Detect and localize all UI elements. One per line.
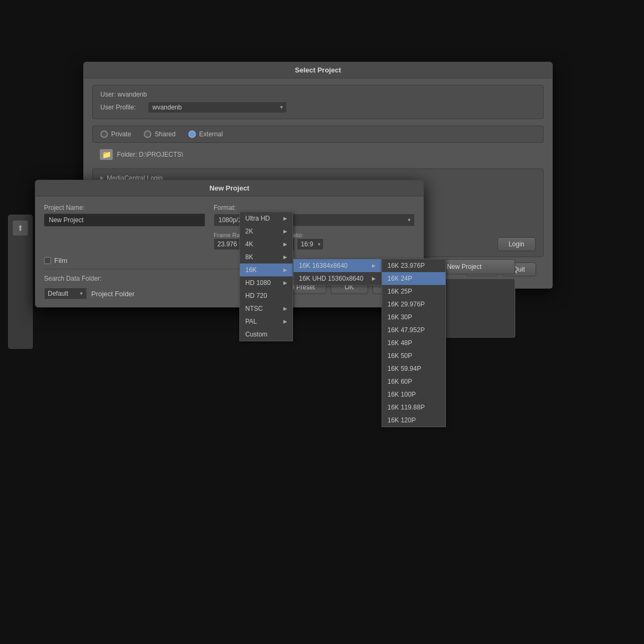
folder-row: 📁 Folder: D:\PROJECTS\ <box>92 147 544 164</box>
submenu-16k: 16K 16384x8640 ▶ 16K UHD 15360x8640 ▶ 16… <box>293 259 382 286</box>
new-project-title: New Project <box>35 180 423 196</box>
format-menu-ntsc[interactable]: NTSC ▶ <box>240 302 292 315</box>
fps-29976[interactable]: 16K 29.976P <box>382 298 445 311</box>
submenu-fps: 16K 23.976P 16K 24P 16K 25P 16K 29.976P … <box>382 259 446 427</box>
upload-icon[interactable]: ⬆ <box>13 221 28 236</box>
radio-btn-shared <box>144 130 151 138</box>
format-menu-list: Ultra HD ▶ 2K ▶ 4K ▶ 8K ▶ 16K ▶ HD 1080 … <box>239 211 293 341</box>
chevron-15360: ▶ <box>372 276 376 281</box>
chevron-16k: ▶ <box>283 267 287 273</box>
radio-external[interactable]: External <box>188 130 223 138</box>
format-menu-4k[interactable]: 4K ▶ <box>240 238 292 251</box>
user-profile-label: User Profile: <box>100 104 143 111</box>
chevron-ultrahd: ▶ <box>283 216 287 221</box>
format-menu-8k[interactable]: 8K ▶ <box>240 251 292 264</box>
user-profile-select[interactable]: wvandenb <box>148 101 287 113</box>
format-menu-hd720[interactable]: HD 720 <box>240 289 292 302</box>
chevron-16384: ▶ <box>372 263 376 268</box>
fps-24[interactable]: 16K 24P <box>382 272 445 285</box>
user-profile-row: User Profile: wvandenb <box>100 101 536 113</box>
search-data-label: Search Data Folder: <box>44 275 101 282</box>
fps-48[interactable]: 16K 48P <box>382 336 445 349</box>
user-label: User: wvandenb <box>100 91 536 98</box>
film-checkbox[interactable] <box>44 257 51 264</box>
chevron-2k: ▶ <box>283 229 287 234</box>
chevron-8k: ▶ <box>283 254 287 260</box>
format-menu-hd1080[interactable]: HD 1080 ▶ <box>240 276 292 289</box>
aspect-ratio-select2-wrapper: 16:9 <box>297 238 323 250</box>
chevron-hd1080: ▶ <box>283 280 287 286</box>
radio-shared[interactable]: Shared <box>144 130 175 138</box>
user-profile-select-wrapper: wvandenb <box>148 101 287 113</box>
search-folder-select-wrapper: Default <box>44 288 87 299</box>
film-label: Film <box>54 257 68 265</box>
np-left: Project Name: <box>44 204 205 250</box>
search-folder-controls: Default Project Folder <box>44 288 135 299</box>
chevron-ntsc: ▶ <box>283 306 287 311</box>
format-menu-2k[interactable]: 2K ▶ <box>240 225 292 238</box>
fps-23976[interactable]: 16K 23.976P <box>382 259 445 272</box>
folder-label: Folder: D:\PROJECTS\ <box>117 151 183 158</box>
format-menu-16k[interactable]: 16K ▶ <box>240 264 292 276</box>
folder-icon[interactable]: 📁 <box>100 149 113 160</box>
sidebar-left: ⬆ <box>8 215 33 349</box>
np-top: Project Name: Format: 1080p/23.976 Frame… <box>44 204 415 250</box>
search-data-folder-row: Search Data Folder: <box>44 275 135 284</box>
project-folder-label: Project Folder <box>91 290 135 298</box>
new-project-dialog: New Project Project Name: Format: 1080p/… <box>35 180 424 308</box>
fps-5994[interactable]: 16K 59.94P <box>382 362 445 375</box>
chevron-pal: ▶ <box>283 319 287 324</box>
fps-60[interactable]: 16K 60P <box>382 375 445 388</box>
format-main-menu: Ultra HD ▶ 2K ▶ 4K ▶ 8K ▶ 16K ▶ HD 1080 … <box>239 211 293 341</box>
select-project-title: Select Project <box>84 62 552 78</box>
submenu-16k-list: 16K 16384x8640 ▶ 16K UHD 15360x8640 ▶ <box>293 259 382 286</box>
fps-30[interactable]: 16K 30P <box>382 311 445 324</box>
radio-label-private: Private <box>111 130 131 138</box>
radio-btn-private <box>100 130 108 138</box>
fps-25[interactable]: 16K 25P <box>382 285 445 298</box>
fps-100[interactable]: 16K 100P <box>382 388 445 401</box>
fps-50[interactable]: 16K 50P <box>382 349 445 362</box>
login-button[interactable]: Login <box>497 237 536 251</box>
submenu-fps-list: 16K 23.976P 16K 24P 16K 25P 16K 29.976P … <box>382 259 446 427</box>
chevron-4k: ▶ <box>283 241 287 247</box>
radio-btn-external <box>188 130 196 138</box>
format-menu-pal[interactable]: PAL ▶ <box>240 315 292 328</box>
user-section: User: wvandenb User Profile: wvandenb <box>92 85 544 119</box>
project-name-input[interactable] <box>44 214 205 226</box>
format-menu-ultrahd[interactable]: Ultra HD ▶ <box>240 212 292 225</box>
fps-47952[interactable]: 16K 47.952P <box>382 324 445 336</box>
fps-11988[interactable]: 16K 119.88P <box>382 401 445 414</box>
search-folder-value[interactable]: Default <box>44 288 87 299</box>
submenu-15360x8640[interactable]: 16K UHD 15360x8640 ▶ <box>294 272 381 285</box>
radio-label-external: External <box>199 130 223 138</box>
radio-label-shared: Shared <box>155 130 175 138</box>
submenu-16384x8640[interactable]: 16K 16384x8640 ▶ <box>294 259 381 272</box>
radio-private[interactable]: Private <box>100 130 131 138</box>
radio-section: Private Shared External <box>92 126 544 143</box>
aspect-ratio-value2[interactable]: 16:9 <box>297 238 323 250</box>
format-menu-custom[interactable]: Custom <box>240 328 292 341</box>
project-name-label: Project Name: <box>44 204 205 211</box>
format-label: Format: <box>214 204 415 211</box>
np-bottom-left: Search Data Folder: Default Project Fold… <box>44 275 135 299</box>
fps-120[interactable]: 16K 120P <box>382 414 445 427</box>
